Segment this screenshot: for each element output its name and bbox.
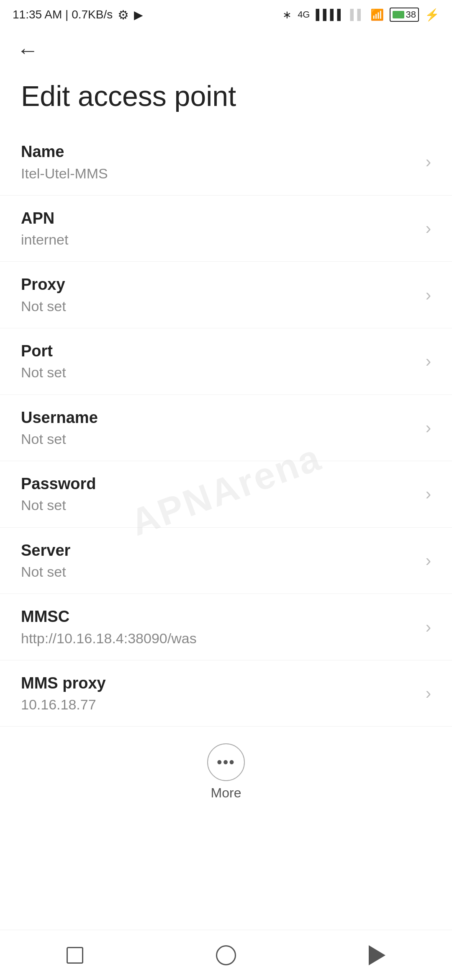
signal-bars-icon: ▌▌▌▌ (316, 9, 344, 21)
item-label: Password (21, 474, 417, 494)
item-text: APNinternet (21, 208, 417, 249)
chevron-right-icon: › (426, 352, 431, 371)
settings-item[interactable]: NameItel-Utel-MMS› (0, 129, 452, 196)
battery-indicator: 38 (390, 8, 419, 22)
recent-button[interactable] (67, 947, 83, 964)
item-value: Not set (21, 363, 417, 382)
chevron-right-icon: › (426, 684, 431, 703)
item-text: MMS proxy10.16.18.77 (21, 673, 417, 714)
more-dots-icon: ••• (217, 753, 235, 771)
battery-text: 38 (406, 9, 416, 20)
back-button[interactable]: ← (17, 38, 39, 63)
settings-item[interactable]: PortNot set› (0, 328, 452, 395)
settings-icon: ⚙ (118, 8, 129, 22)
item-value: Not set (21, 297, 417, 315)
chevron-right-icon: › (426, 152, 431, 171)
status-bar: 11:35 AM | 0.7KB/s ⚙ ▶ ∗ 4G ▌▌▌▌ ▌▌ 📶 38… (0, 0, 452, 29)
item-value: Not set (21, 496, 417, 514)
item-label: MMSC (21, 606, 417, 627)
settings-item[interactable]: MMSChttp://10.16.18.4:38090/was› (0, 594, 452, 660)
time-text: 11:35 AM | 0.7KB/s (13, 8, 113, 21)
settings-item[interactable]: APNinternet› (0, 196, 452, 262)
page-title: Edit access point (0, 67, 452, 129)
settings-item[interactable]: ServerNot set› (0, 528, 452, 594)
item-value: internet (21, 230, 417, 249)
more-label: More (211, 785, 241, 801)
recent-icon (67, 947, 83, 964)
charging-icon: ⚡ (425, 8, 439, 22)
item-value: 10.16.18.77 (21, 695, 417, 714)
wifi-icon: 📶 (370, 8, 384, 21)
chevron-right-icon: › (426, 418, 431, 437)
signal-bars2-icon: ▌▌ (350, 9, 365, 21)
item-label: Name (21, 142, 417, 162)
item-label: MMS proxy (21, 673, 417, 694)
header: ← (0, 29, 452, 67)
item-text: MMSChttp://10.16.18.4:38090/was (21, 606, 417, 647)
item-label: Proxy (21, 274, 417, 295)
item-text: ProxyNot set (21, 274, 417, 315)
item-text: PasswordNot set (21, 474, 417, 515)
item-value: Itel-Utel-MMS (21, 164, 417, 183)
video-icon: ▶ (134, 8, 143, 22)
chevron-right-icon: › (426, 485, 431, 503)
battery-fill (393, 11, 404, 18)
chevron-right-icon: › (426, 618, 431, 637)
chevron-right-icon: › (426, 551, 431, 570)
home-button[interactable] (216, 945, 236, 965)
item-value: http://10.16.18.4:38090/was (21, 629, 417, 647)
bluetooth-icon: ∗ (282, 8, 292, 21)
item-label: Username (21, 407, 417, 428)
chevron-right-icon: › (426, 286, 431, 304)
status-icons: ∗ 4G ▌▌▌▌ ▌▌ 📶 38 ⚡ (282, 8, 439, 22)
item-value: Not set (21, 562, 417, 581)
settings-item[interactable]: UsernameNot set› (0, 395, 452, 462)
settings-item[interactable]: PasswordNot set› (0, 461, 452, 528)
settings-list: NameItel-Utel-MMS›APNinternet›ProxyNot s… (0, 129, 452, 727)
more-section: ••• More (0, 727, 452, 813)
settings-item[interactable]: MMS proxy10.16.18.77› (0, 660, 452, 727)
status-time: 11:35 AM | 0.7KB/s ⚙ ▶ (13, 8, 143, 22)
signal-4g-icon: 4G (298, 9, 310, 20)
item-text: ServerNot set (21, 540, 417, 581)
chevron-right-icon: › (426, 219, 431, 238)
home-icon (216, 945, 236, 965)
item-value: Not set (21, 430, 417, 448)
item-text: NameItel-Utel-MMS (21, 142, 417, 183)
item-label: Port (21, 341, 417, 361)
more-button[interactable]: ••• (207, 743, 245, 781)
settings-item[interactable]: ProxyNot set› (0, 262, 452, 328)
item-label: Server (21, 540, 417, 561)
back-nav-button[interactable] (369, 945, 385, 965)
item-label: APN (21, 208, 417, 229)
back-nav-icon (369, 945, 385, 965)
item-text: UsernameNot set (21, 407, 417, 449)
item-text: PortNot set (21, 341, 417, 382)
nav-bar (0, 930, 452, 980)
